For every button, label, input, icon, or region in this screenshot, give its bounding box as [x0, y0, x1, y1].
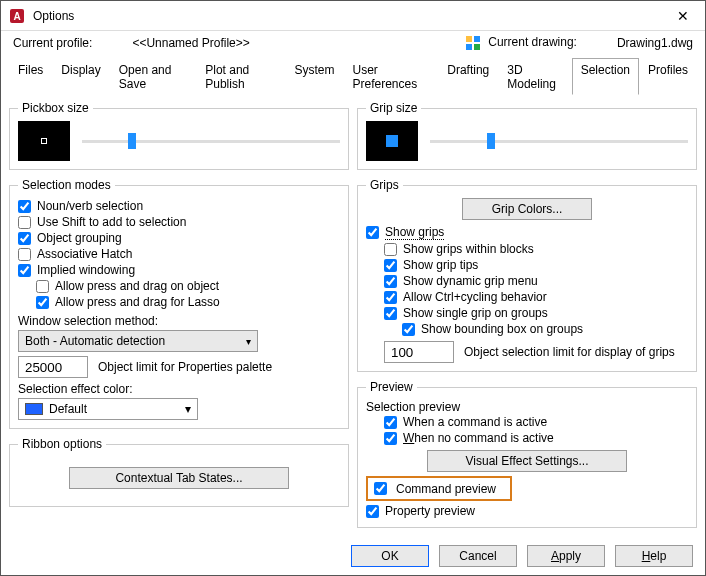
grip-objlimit-input[interactable]	[384, 341, 454, 363]
window-sel-method-label: Window selection method:	[18, 314, 340, 328]
chk-noun-verb[interactable]	[18, 200, 31, 213]
apply-button[interactable]: Apply	[527, 545, 605, 567]
chk-dyn-grip-menu[interactable]	[384, 275, 397, 288]
chevron-down-icon: ▾	[185, 402, 191, 416]
current-profile-value: <<Unnamed Profile>>	[132, 36, 249, 50]
selection-preview-label: Selection preview	[366, 400, 688, 414]
chk-grip-tips[interactable]	[384, 259, 397, 272]
tab-profiles[interactable]: Profiles	[639, 58, 697, 95]
tab-open-save[interactable]: Open and Save	[110, 58, 197, 95]
chk-single-grip-group[interactable]	[384, 307, 397, 320]
chk-press-drag-object[interactable]	[36, 280, 49, 293]
svg-rect-4	[466, 44, 472, 50]
preview-legend: Preview	[366, 380, 417, 394]
svg-rect-3	[474, 36, 480, 42]
lbl-shift-add: Use Shift to add to selection	[37, 215, 186, 229]
selection-effect-label: Selection effect color:	[18, 382, 340, 396]
grips-legend: Grips	[366, 178, 403, 192]
chk-property-preview[interactable]	[366, 505, 379, 518]
grip-objlimit-label: Object selection limit for display of gr…	[464, 345, 675, 359]
tab-files[interactable]: Files	[9, 58, 52, 95]
cancel-button[interactable]: Cancel	[439, 545, 517, 567]
lbl-assoc-hatch: Associative Hatch	[37, 247, 132, 261]
grip-size-legend: Grip size	[366, 101, 421, 115]
grip-slider[interactable]	[430, 131, 688, 151]
selection-modes-legend: Selection modes	[18, 178, 115, 192]
pickbox-preview	[18, 121, 70, 161]
lbl-press-drag-lasso: Allow press and drag for Lasso	[55, 295, 220, 309]
tab-selection[interactable]: Selection	[572, 58, 639, 95]
lbl-grips-blocks: Show grips within blocks	[403, 242, 534, 256]
lbl-ctrl-cycle: Allow Ctrl+cycling behavior	[403, 290, 547, 304]
current-drawing-value: Drawing1.dwg	[617, 36, 693, 50]
ok-button[interactable]: OK	[351, 545, 429, 567]
tab-system[interactable]: System	[286, 58, 344, 95]
lbl-single-grip-group: Show single grip on groups	[403, 306, 548, 320]
chk-command-preview[interactable]	[374, 482, 387, 495]
chk-implied-window[interactable]	[18, 264, 31, 277]
tab-drafting[interactable]: Drafting	[438, 58, 498, 95]
tab-user-prefs[interactable]: User Preferences	[344, 58, 439, 95]
current-drawing-label: Current drawing:	[488, 35, 577, 49]
lbl-dyn-grip-menu: Show dynamic grip menu	[403, 274, 538, 288]
current-profile-label: Current profile:	[13, 36, 92, 50]
chk-press-drag-lasso[interactable]	[36, 296, 49, 309]
drawing-icon	[465, 35, 481, 51]
ribbon-options-legend: Ribbon options	[18, 437, 106, 451]
chk-when-no-command[interactable]	[384, 432, 397, 445]
lbl-object-grouping: Object grouping	[37, 231, 122, 245]
chk-show-grips[interactable]	[366, 226, 379, 239]
tab-plot-publish[interactable]: Plot and Publish	[196, 58, 285, 95]
close-button[interactable]: ✕	[669, 4, 697, 28]
pickbox-slider[interactable]	[82, 131, 340, 151]
window-sel-method-value: Both - Automatic detection	[25, 334, 165, 348]
color-swatch	[25, 403, 43, 415]
object-limit-input[interactable]	[18, 356, 88, 378]
command-preview-highlight: Command preview	[366, 476, 512, 501]
chk-shift-add[interactable]	[18, 216, 31, 229]
grip-preview	[366, 121, 418, 161]
visual-effect-settings-button[interactable]: Visual Effect Settings...	[427, 450, 627, 472]
object-limit-label: Object limit for Properties palette	[98, 360, 272, 374]
window-sel-method-combo[interactable]: Both - Automatic detection ▾	[18, 330, 258, 352]
chk-when-command-active[interactable]	[384, 416, 397, 429]
lbl-command-preview: Command preview	[396, 482, 496, 496]
svg-rect-5	[474, 44, 480, 50]
grip-colors-button[interactable]: Grip Colors...	[462, 198, 592, 220]
tab-3d-modeling[interactable]: 3D Modeling	[498, 58, 571, 95]
lbl-press-drag-object: Allow press and drag on object	[55, 279, 219, 293]
lbl-property-preview: Property preview	[385, 504, 475, 518]
contextual-tab-states-button[interactable]: Contextual Tab States...	[69, 467, 289, 489]
tab-display[interactable]: Display	[52, 58, 109, 95]
lbl-show-grips: Show grips	[385, 225, 444, 240]
chk-ctrl-cycle[interactable]	[384, 291, 397, 304]
lbl-grip-tips: Show grip tips	[403, 258, 478, 272]
window-title: Options	[33, 9, 74, 23]
chk-object-grouping[interactable]	[18, 232, 31, 245]
app-icon: A	[9, 8, 25, 24]
help-button[interactable]: Help	[615, 545, 693, 567]
chevron-down-icon: ▾	[246, 336, 251, 347]
chk-assoc-hatch[interactable]	[18, 248, 31, 261]
chk-grips-blocks[interactable]	[384, 243, 397, 256]
lbl-implied-window: Implied windowing	[37, 263, 135, 277]
tab-bar: Files Display Open and Save Plot and Pub…	[9, 57, 697, 95]
lbl-noun-verb: Noun/verb selection	[37, 199, 143, 213]
lbl-when-no-command: When no command is active	[403, 431, 554, 445]
selection-effect-combo[interactable]: Default ▾	[18, 398, 198, 420]
pickbox-size-legend: Pickbox size	[18, 101, 93, 115]
chk-bbox-group[interactable]	[402, 323, 415, 336]
svg-rect-2	[466, 36, 472, 42]
lbl-when-command-active: When a command is active	[403, 415, 547, 429]
svg-text:A: A	[13, 11, 20, 22]
selection-effect-value: Default	[49, 402, 179, 416]
lbl-bbox-group: Show bounding box on groups	[421, 322, 583, 336]
